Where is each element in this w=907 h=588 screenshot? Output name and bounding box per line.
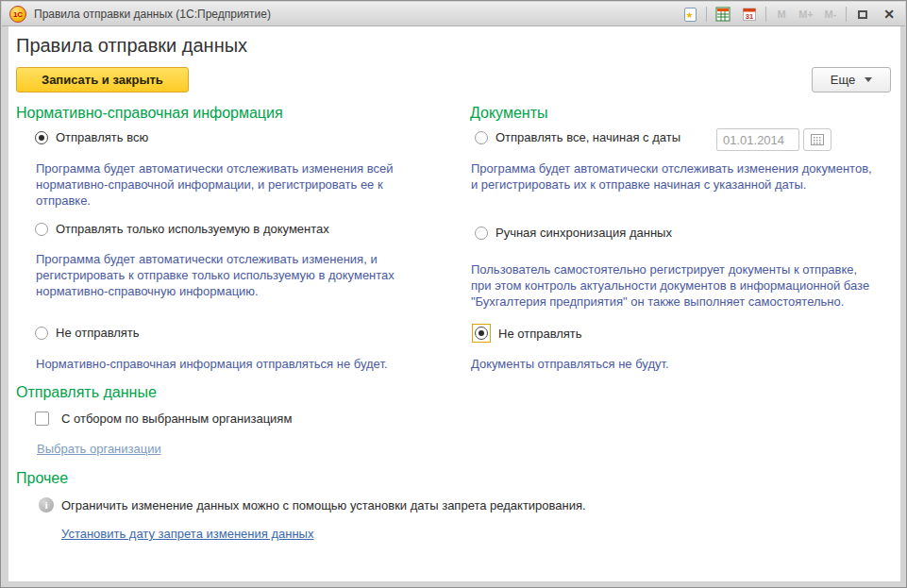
nsi-used-only-description: Программа будет автоматически отслеживат… [36, 251, 432, 299]
page-title: Правила отправки данных [16, 35, 247, 57]
memory-m-minus-button[interactable]: М- [821, 5, 840, 24]
calendar-glyph: 31 [742, 7, 757, 22]
radio-nsi-do-not-send[interactable]: Не отправлять [35, 326, 140, 340]
1c-logo-text: 1С [13, 10, 23, 19]
radio-unchecked-icon [35, 327, 48, 340]
titlebar-separator [706, 7, 707, 22]
radio-label: Отправлять только используемую в докумен… [56, 222, 329, 236]
radio-unchecked-icon [475, 131, 488, 144]
memory-m-button[interactable]: М [772, 5, 791, 24]
radio-nsi-used-only[interactable]: Отправлять только используемую в докумен… [35, 222, 329, 236]
focus-ring [472, 324, 491, 343]
set-prohibition-date-link[interactable]: Установить дату запрета изменения данных [61, 527, 313, 541]
checkbox-filter-by-organizations[interactable]: С отбором по выбранным организациям [35, 412, 292, 426]
radio-docs-do-not-send[interactable]: Не отправлять [472, 324, 582, 343]
window-title: Правила отправки данных (1С:Предприятие) [34, 8, 271, 21]
calculator-icon[interactable] [713, 5, 733, 24]
more-button-label: Еще [831, 73, 855, 87]
section-heading-other: Прочее [16, 470, 68, 487]
radio-label: Отправлять все, начиная с даты [495, 130, 680, 144]
section-heading-nsi: Нормативно-справочная информация [16, 105, 283, 122]
form-content: Правила отправки данных Записать и закры… [8, 26, 900, 581]
nsi-do-not-send-description: Нормативно-справочная информация отправл… [36, 356, 451, 372]
section-heading-documents: Документы [470, 105, 547, 122]
nsi-send-all-description: Программа будет автоматически отслеживат… [36, 160, 432, 209]
select-organizations-link[interactable]: Выбрать организации [37, 442, 161, 456]
chevron-down-icon [865, 77, 872, 82]
calculator-glyph [715, 7, 731, 22]
calendar-icon[interactable]: 31 [739, 5, 760, 24]
radio-unchecked-icon [475, 227, 488, 240]
radio-checked-icon [475, 327, 488, 340]
info-icon: i [39, 497, 54, 512]
radio-label: Ручная синхронизация данных [495, 226, 672, 240]
checkbox-label: С отбором по выбранным организациям [61, 412, 292, 426]
radio-docs-manual-sync[interactable]: Ручная синхронизация данных [475, 226, 672, 240]
date-picker-calendar-icon [811, 134, 824, 145]
radio-nsi-send-all[interactable]: Отправлять всю [35, 130, 148, 144]
more-button[interactable]: Еще [812, 67, 891, 92]
edit-restriction-info: Ограничить изменение данных можно с помо… [61, 498, 854, 512]
section-heading-send-data: Отправлять данные [16, 384, 157, 401]
radio-label: Не отправлять [498, 327, 582, 341]
radio-unchecked-icon [35, 223, 48, 236]
maximize-button[interactable] [852, 5, 873, 24]
titlebar-separator [765, 7, 766, 22]
docs-manual-sync-description: Пользователь самостоятельно регистрирует… [471, 261, 872, 310]
memory-m-plus-button[interactable]: М+ [797, 5, 815, 24]
close-icon: ✕ [883, 8, 895, 21]
titlebar-controls: 31 М М+ М- ✕ [680, 2, 899, 26]
svg-text:31: 31 [746, 12, 753, 21]
start-date-field[interactable] [716, 128, 799, 151]
window-1c: 1С Правила отправки данных (1С:Предприят… [0, 0, 907, 588]
save-and-close-button[interactable]: Записать и закрыть [16, 67, 189, 92]
titlebar-separator [846, 7, 847, 22]
docs-send-all-description: Программа будет автоматически отслеживат… [471, 160, 872, 193]
close-button[interactable]: ✕ [879, 5, 899, 24]
favorites-page-icon[interactable] [680, 5, 700, 24]
checkbox-unchecked-icon [35, 412, 49, 426]
radio-label: Не отправлять [56, 326, 140, 340]
radio-docs-send-all-from-date[interactable]: Отправлять все, начиная с даты [475, 130, 680, 144]
radio-checked-icon [35, 131, 48, 144]
radio-label: Отправлять всю [56, 130, 148, 144]
maximize-icon [858, 10, 867, 19]
1c-logo-icon: 1С [9, 6, 26, 23]
docs-do-not-send-description: Документы отправляться не будут. [471, 356, 886, 372]
star-document-icon [684, 8, 697, 22]
date-picker-button[interactable] [803, 128, 831, 151]
titlebar: 1С Правила отправки данных (1С:Предприят… [2, 2, 905, 26]
